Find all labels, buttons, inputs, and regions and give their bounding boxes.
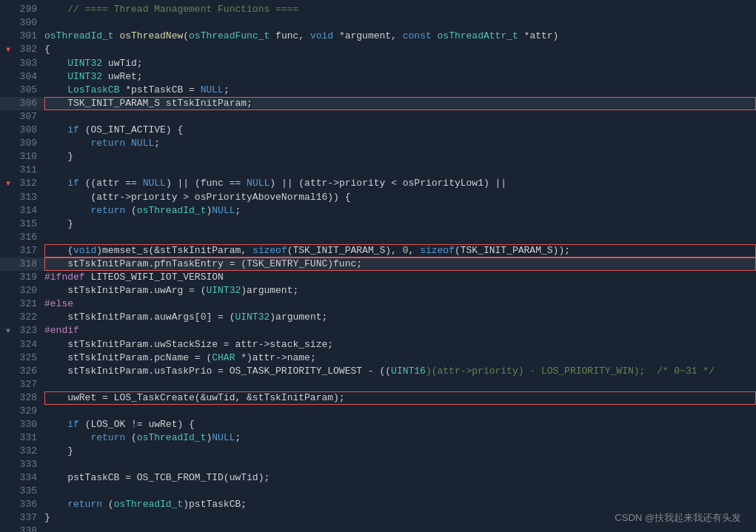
gutter-323: ▼	[0, 324, 16, 338]
linenum-309: 309	[16, 137, 44, 150]
gutter-314	[0, 204, 16, 218]
linenum-318: 318	[16, 257, 44, 271]
code-line-336: 336 return (osThreadId_t)pstTaskCB;	[0, 498, 756, 511]
linenum-313: 313	[16, 191, 44, 204]
gutter-301	[0, 30, 16, 43]
linenum-335: 335	[16, 485, 44, 498]
linenum-331: 331	[16, 431, 44, 445]
code-content-333	[44, 458, 756, 471]
code-line-306: 306 TSK_INIT_PARAM_S stTskInitParam;	[0, 97, 756, 110]
gutter-334	[0, 471, 16, 485]
gutter-328	[0, 391, 16, 405]
code-content-304: UINT32 uwRet;	[44, 70, 756, 84]
code-content-331: return (osThreadId_t)NULL;	[44, 431, 756, 445]
gutter-309	[0, 137, 16, 150]
code-content-335	[44, 485, 756, 498]
gutter-305	[0, 84, 16, 97]
code-content-310: }	[44, 150, 756, 164]
code-line-302: ▼302{	[0, 43, 756, 57]
gutter-333	[0, 458, 16, 471]
code-content-313: (attr->priority > osPriorityAboveNormal1…	[44, 191, 756, 204]
code-content-328: uwRet = LOS_TaskCreate(&uwTid, &stTskIni…	[44, 391, 756, 405]
linenum-333: 333	[16, 458, 44, 471]
code-content-309: return NULL;	[44, 137, 756, 150]
code-line-299: 299 // ==== Thread Management Functions …	[0, 3, 756, 16]
gutter-338	[0, 525, 16, 532]
code-line-322: 322 stTskInitParam.auwArgs[0] = (UINT32)…	[0, 311, 756, 324]
code-line-327: 327	[0, 378, 756, 391]
watermark: CSDN @扶我起来我还有头发	[615, 511, 741, 525]
linenum-325: 325	[16, 351, 44, 365]
code-line-330: 330 if (LOS_OK != uwRet) {	[0, 418, 756, 431]
code-line-307: 307	[0, 110, 756, 124]
code-content-315: }	[44, 218, 756, 231]
gutter-310	[0, 150, 16, 164]
code-content-317: (void)memset_s(&stTskInitParam, sizeof(T…	[44, 244, 756, 257]
gutter-300	[0, 16, 16, 30]
linenum-321: 321	[16, 297, 44, 311]
gutter-321	[0, 297, 16, 311]
code-content-326: stTskInitParam.usTaskPrio = OS_TASK_PRIO…	[44, 365, 756, 378]
code-line-300: 300	[0, 16, 756, 30]
code-line-315: 315 }	[0, 218, 756, 231]
code-line-331: 331 return (osThreadId_t)NULL;	[0, 431, 756, 445]
code-content-321: #else	[44, 297, 756, 311]
linenum-338: 338	[16, 525, 44, 532]
linenum-317: 317	[16, 244, 44, 257]
gutter-325	[0, 351, 16, 365]
code-line-309: 309 return NULL;	[0, 137, 756, 150]
linenum-307: 307	[16, 110, 44, 124]
code-content-334: pstTaskCB = OS_TCB_FROM_TID(uwTid);	[44, 471, 756, 485]
code-line-332: 332 }	[0, 445, 756, 458]
linenum-327: 327	[16, 378, 44, 391]
gutter-302: ▼	[0, 43, 16, 57]
linenum-334: 334	[16, 471, 44, 485]
code-line-333: 333	[0, 458, 756, 471]
gutter-326	[0, 365, 16, 378]
linenum-311: 311	[16, 164, 44, 177]
code-content-329	[44, 405, 756, 418]
code-line-321: 321#else	[0, 297, 756, 311]
code-content-311	[44, 164, 756, 177]
gutter-337	[0, 511, 16, 525]
linenum-336: 336	[16, 498, 44, 511]
gutter-324	[0, 338, 16, 351]
gutter-318	[0, 257, 16, 271]
code-line-335: 335	[0, 485, 756, 498]
gutter-330	[0, 418, 16, 431]
linenum-337: 337	[16, 511, 44, 525]
code-content-302: {	[44, 43, 756, 57]
code-line-308: 308 if (OS_INT_ACTIVE) {	[0, 124, 756, 137]
code-content-306: TSK_INIT_PARAM_S stTskInitParam;	[44, 97, 756, 110]
code-line-334: 334 pstTaskCB = OS_TCB_FROM_TID(uwTid);	[0, 471, 756, 485]
gutter-335	[0, 485, 16, 498]
code-line-319: 319#ifndef LITEOS_WIFI_IOT_VERSION	[0, 271, 756, 284]
code-content-320: stTskInitParam.uwArg = (UINT32)argument;	[44, 284, 756, 297]
code-content-312: if ((attr == NULL) || (func == NULL) || …	[44, 177, 756, 191]
linenum-305: 305	[16, 84, 44, 97]
gutter-315	[0, 218, 16, 231]
linenum-303: 303	[16, 57, 44, 70]
gutter-312: ▼	[0, 177, 16, 191]
linenum-324: 324	[16, 338, 44, 351]
linenum-316: 316	[16, 231, 44, 244]
code-content-319: #ifndef LITEOS_WIFI_IOT_VERSION	[44, 271, 756, 284]
linenum-300: 300	[16, 16, 44, 30]
gutter-317	[0, 244, 16, 257]
code-content-332: }	[44, 445, 756, 458]
gutter-322	[0, 311, 16, 324]
code-content-305: LosTaskCB *pstTaskCB = NULL;	[44, 84, 756, 97]
code-content-324: stTskInitParam.uwStackSize = attr->stack…	[44, 338, 756, 351]
code-content-318: stTskInitParam.pfnTaskEntry = (TSK_ENTRY…	[44, 257, 756, 271]
code-line-324: 324 stTskInitParam.uwStackSize = attr->s…	[0, 338, 756, 351]
linenum-328: 328	[16, 391, 44, 405]
gutter-304	[0, 70, 16, 84]
linenum-301: 301	[16, 30, 44, 43]
code-line-325: 325 stTskInitParam.pcName = (CHAR *)attr…	[0, 351, 756, 365]
linenum-308: 308	[16, 124, 44, 137]
code-line-328: 328 uwRet = LOS_TaskCreate(&uwTid, &stTs…	[0, 391, 756, 405]
code-content-327	[44, 378, 756, 391]
linenum-299: 299	[16, 3, 44, 16]
code-content-325: stTskInitParam.pcName = (CHAR *)attr->na…	[44, 351, 756, 365]
gutter-329	[0, 405, 16, 418]
